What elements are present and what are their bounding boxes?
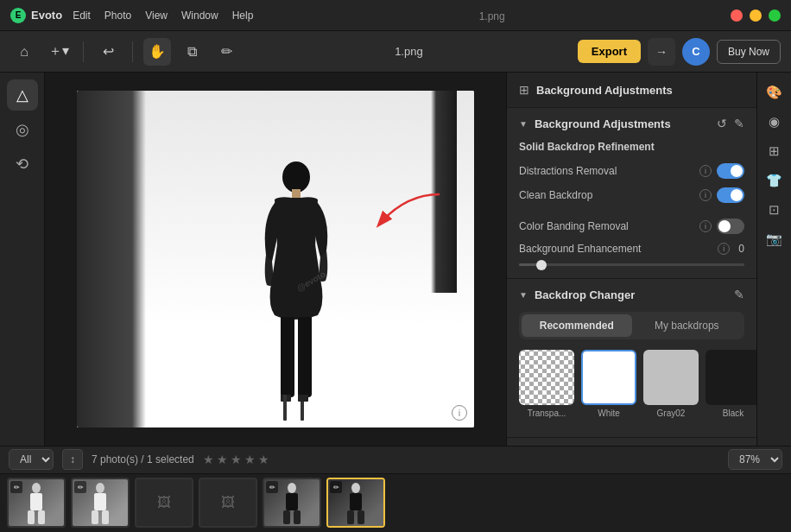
menu-view[interactable]: View <box>145 10 168 22</box>
svg-rect-16 <box>94 493 106 510</box>
section-title: Background Adjustments <box>535 117 710 130</box>
svg-point-19 <box>288 483 296 493</box>
clean-backdrop-info-button[interactable]: i <box>699 189 712 201</box>
camera-button[interactable]: 📷 <box>762 226 788 252</box>
star-5[interactable]: ★ <box>258 453 269 466</box>
transform-tool-button[interactable]: ⧉ <box>178 38 206 66</box>
canvas-info-button[interactable]: i <box>452 405 467 421</box>
filmstrip-thumb-3[interactable]: 🖼 <box>135 478 193 528</box>
star-1[interactable]: ★ <box>203 453 214 466</box>
menu-edit[interactable]: Edit <box>73 10 91 22</box>
svg-rect-20 <box>286 493 298 510</box>
thumb-6-edit-icon: ✏ <box>330 481 342 493</box>
star-3[interactable]: ★ <box>231 453 242 466</box>
palette-button[interactable]: 🎨 <box>762 79 788 105</box>
edit-button[interactable]: ✎ <box>734 117 744 130</box>
swatch-black[interactable]: Black <box>706 350 756 418</box>
thumb-5-edit-icon: ✏ <box>266 481 278 493</box>
color-banding-info-button[interactable]: i <box>699 220 712 232</box>
minimize-button[interactable]: − <box>750 10 762 22</box>
distractions-info-button[interactable]: i <box>699 165 712 177</box>
tab-my-backdrops[interactable]: My backdrops <box>632 314 743 337</box>
star-4[interactable]: ★ <box>244 453 256 466</box>
distractions-removal-row: Distractions Removal i <box>519 163 744 179</box>
reset-button[interactable]: ↺ <box>717 117 727 130</box>
swatch-gray[interactable]: Gray02 <box>643 350 699 418</box>
swatch-transparent[interactable]: Transpa... <box>519 350 574 418</box>
svg-rect-5 <box>296 307 313 317</box>
svg-rect-3 <box>298 311 312 397</box>
slider-thumb[interactable] <box>536 260 547 270</box>
history-tool-button[interactable]: ⟲ <box>7 149 38 180</box>
canvas-area: @evoto @evoto @evoto i <box>45 73 506 446</box>
svg-rect-12 <box>30 493 42 510</box>
swatch-transparent-preview <box>519 350 574 405</box>
color-banding-toggle[interactable] <box>717 218 744 234</box>
curtain-left <box>77 91 146 428</box>
brush-tool-button[interactable]: ✏ <box>212 38 240 66</box>
close-button[interactable]: ✕ <box>731 10 743 22</box>
maximize-button[interactable]: + <box>769 10 781 22</box>
filmstrip-thumb-2[interactable]: ✏ <box>71 478 130 528</box>
section-collapse-icon[interactable]: ▼ <box>519 119 528 129</box>
svg-rect-2 <box>281 311 294 397</box>
home-button[interactable]: ⌂ <box>10 38 38 66</box>
titlebar: E Evoto Edit Photo View Window Help 1.pn… <box>0 0 791 31</box>
export-button[interactable]: Export <box>578 40 641 63</box>
background-enhancement-slider[interactable] <box>519 263 744 266</box>
face-button[interactable]: ◉ <box>762 109 788 135</box>
background-enhancement-info-button[interactable]: i <box>718 243 730 255</box>
filter-select[interactable]: All <box>9 449 54 470</box>
filmstrip-thumb-4[interactable]: 🖼 <box>199 478 257 528</box>
filmstrip-thumb-1[interactable]: ✏ <box>7 478 66 528</box>
menu-help[interactable]: Help <box>232 10 254 22</box>
avatar-button[interactable]: C <box>682 38 710 66</box>
adjustments-tool-button[interactable]: △ <box>7 79 38 111</box>
zoom-select[interactable]: 87% <box>728 449 782 470</box>
backdrop-tab-bar: Recommended My backdrops <box>519 312 744 339</box>
toolbar-right: Export → C Buy Now <box>578 38 781 66</box>
grid-button[interactable]: ⊞ <box>762 138 788 164</box>
sort-button[interactable]: ↕ <box>62 449 83 470</box>
clean-backdrop-toggle[interactable] <box>717 187 744 203</box>
svg-rect-14 <box>38 510 45 524</box>
share-button[interactable]: → <box>648 38 675 66</box>
svg-rect-22 <box>294 510 301 524</box>
image-button[interactable]: ⊡ <box>762 197 788 223</box>
shirt-button[interactable]: 👕 <box>762 168 788 193</box>
left-sidebar: △ ◎ ⟲ <box>0 73 45 446</box>
swatch-transparent-label: Transpa... <box>528 408 566 418</box>
menu-photo[interactable]: Photo <box>104 10 131 22</box>
svg-rect-17 <box>92 510 98 524</box>
tab-recommended[interactable]: Recommended <box>522 314 632 337</box>
backdrop-edit-button[interactable]: ✎ <box>734 288 744 301</box>
red-arrow-indicator <box>362 186 448 238</box>
star-rating[interactable]: ★ ★ ★ ★ ★ <box>203 453 269 466</box>
svg-rect-26 <box>358 510 364 524</box>
svg-rect-18 <box>102 510 109 524</box>
thumb-4-placeholder: 🖼 <box>200 479 256 526</box>
swatch-white[interactable]: White <box>581 350 636 418</box>
background-enhancement-value: 0 <box>738 243 744 255</box>
person-figure <box>244 151 348 428</box>
window-controls: ✕ − + <box>731 10 781 22</box>
add-button[interactable]: ＋▾ <box>45 38 73 66</box>
section-actions: ↺ ✎ <box>717 117 744 130</box>
backdrop-changer-section: ▼ Backdrop Changer ✎ Recommended My back… <box>507 279 756 437</box>
panel-header: ⊞ Background Adjustments <box>507 73 756 108</box>
solid-backdrop-label: Solid Backdrop Refinement <box>519 141 744 153</box>
svg-point-11 <box>32 483 41 493</box>
hand-tool-button[interactable]: ✋ <box>143 38 171 66</box>
filmstrip-thumb-5[interactable]: ✏ <box>263 478 321 528</box>
undo-button[interactable]: ↩ <box>94 38 122 66</box>
panel-bottom: Save Preset Sync ↻ ? <box>507 437 756 446</box>
menu-window[interactable]: Window <box>181 10 218 22</box>
section-header: ▼ Background Adjustments ↺ ✎ <box>519 117 744 130</box>
filmstrip: All ↕ 7 photo(s) / 1 selected ★ ★ ★ ★ ★ … <box>0 446 791 532</box>
distractions-removal-toggle[interactable] <box>717 163 744 179</box>
retouch-tool-button[interactable]: ◎ <box>7 114 38 145</box>
buy-now-button[interactable]: Buy Now <box>717 40 781 64</box>
filmstrip-thumb-6[interactable]: ✏ <box>326 478 385 528</box>
star-2[interactable]: ★ <box>217 453 228 466</box>
backdrop-collapse-icon[interactable]: ▼ <box>519 290 528 300</box>
